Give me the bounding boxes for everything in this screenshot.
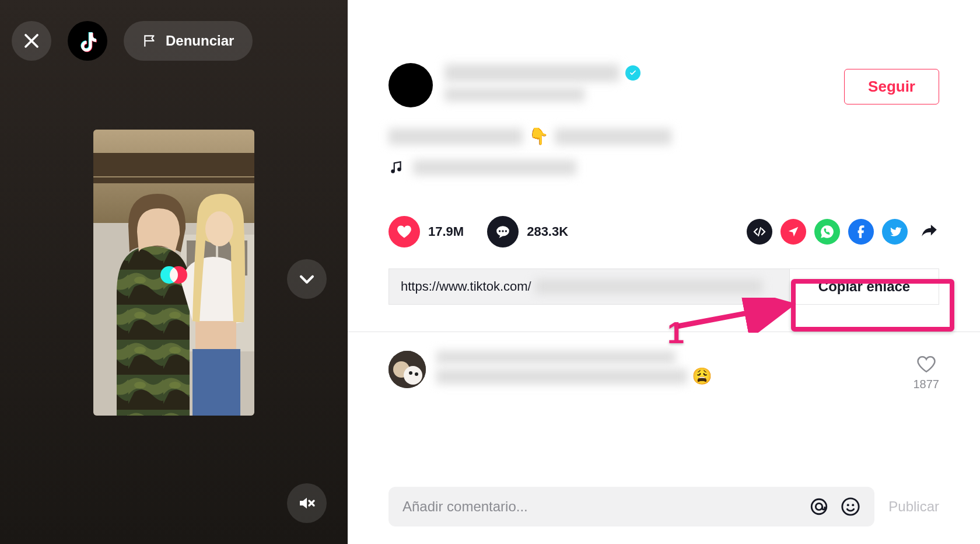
comment-text (436, 369, 687, 384)
comment-input-row: Publicar (388, 487, 939, 526)
music-row[interactable] (348, 145, 980, 175)
video-caption: 👇 (348, 107, 980, 145)
share-more-button[interactable] (919, 221, 939, 243)
svg-point-11 (391, 169, 395, 173)
commenter-avatar[interactable] (388, 351, 426, 388)
next-video-button[interactable] (287, 259, 327, 299)
mention-icon[interactable] (809, 497, 829, 517)
follow-button[interactable]: Seguir (844, 69, 939, 104)
close-button[interactable] (12, 21, 51, 61)
whatsapp-icon (820, 224, 835, 239)
comment-stat[interactable]: 283.3K (487, 216, 568, 247)
comment-icon (487, 216, 519, 247)
svg-point-10 (205, 211, 233, 246)
commenter-name[interactable] (436, 351, 676, 364)
pointing-down-emoji: 👇 (528, 128, 549, 145)
author-avatar[interactable] (388, 63, 433, 107)
copy-link-button[interactable]: Copiar enlace (789, 269, 939, 304)
heart-outline-icon (916, 354, 936, 374)
svg-point-16 (505, 230, 507, 232)
music-note-icon (388, 160, 404, 175)
emoji-icon[interactable] (841, 497, 860, 517)
svg-point-21 (409, 371, 412, 375)
comment-like-count: 1877 (914, 378, 940, 391)
embed-button[interactable] (747, 219, 772, 245)
like-stat[interactable]: 17.9M (388, 216, 464, 247)
publish-button[interactable]: Publicar (888, 498, 939, 515)
share-link-text[interactable]: https://www.tiktok.com/ (389, 269, 789, 304)
send-icon (787, 225, 800, 238)
twitter-icon (888, 225, 902, 239)
svg-point-12 (397, 168, 401, 172)
like-count: 17.9M (428, 224, 464, 239)
svg-point-14 (499, 230, 501, 232)
svg-rect-9 (195, 321, 236, 350)
share-link-row: https://www.tiktok.com/ Copiar enlace (388, 268, 939, 305)
comment-count: 283.3K (527, 224, 568, 239)
loading-icon (157, 258, 191, 292)
music-title (413, 160, 576, 175)
video-thumbnail[interactable] (93, 130, 254, 416)
heart-icon (388, 216, 420, 247)
twitter-button[interactable] (882, 219, 908, 245)
svg-point-25 (842, 498, 859, 515)
send-button[interactable] (780, 219, 806, 245)
svg-line-17 (674, 305, 791, 327)
weary-face-emoji: 😩 (692, 368, 712, 385)
volume-mute-icon (298, 494, 316, 512)
facebook-icon (853, 224, 869, 239)
author-display-name (444, 88, 584, 102)
report-button[interactable]: Denunciar (124, 21, 253, 61)
svg-point-27 (852, 504, 855, 506)
comment-input-field[interactable] (402, 498, 800, 515)
chevron-down-icon (297, 269, 317, 289)
svg-rect-3 (93, 153, 254, 176)
embed-icon (752, 225, 766, 239)
svg-point-20 (404, 366, 422, 385)
mute-button[interactable] (287, 483, 327, 523)
svg-point-26 (847, 504, 849, 506)
flag-icon (142, 33, 158, 48)
author-username[interactable] (444, 64, 620, 82)
video-player-panel: Denunciar (0, 0, 348, 544)
video-details-panel: Seguir 👇 17.9M (348, 0, 980, 544)
comment-input[interactable] (388, 487, 874, 526)
tiktok-logo[interactable] (68, 21, 107, 61)
close-icon (23, 32, 40, 50)
whatsapp-button[interactable] (814, 219, 840, 245)
facebook-button[interactable] (848, 219, 874, 245)
verified-badge-icon (625, 65, 640, 81)
svg-point-22 (415, 372, 418, 376)
share-arrow-icon (919, 221, 939, 240)
svg-rect-4 (93, 177, 254, 183)
svg-point-15 (502, 230, 503, 232)
tiktok-icon (76, 29, 99, 53)
report-label: Denunciar (166, 33, 234, 49)
comment-item: 😩 1877 (348, 332, 980, 391)
annotation-step-number: 1 (667, 315, 684, 350)
comment-like-button[interactable]: 1877 (914, 354, 940, 391)
svg-point-24 (816, 503, 822, 510)
